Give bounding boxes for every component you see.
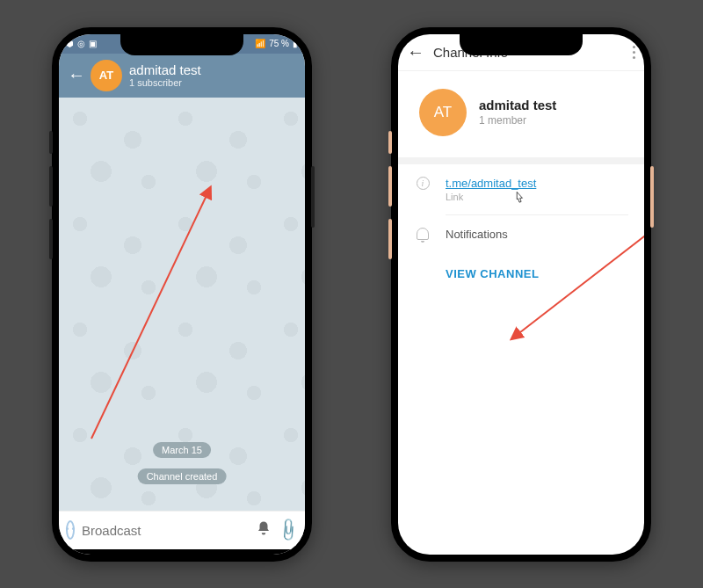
more-options-icon[interactable]: [633, 51, 635, 54]
phone-left: ⬢ ◎ ▣ 📶 75 % ▮ ← AT admitad test 1 subsc…: [52, 27, 312, 562]
info-icon: i: [414, 177, 431, 190]
status-icon: ▣: [89, 40, 97, 48]
channel-header-text[interactable]: admitad test 1 subscriber: [129, 62, 201, 88]
view-channel-button[interactable]: VIEW CHANNEL: [398, 253, 644, 294]
svg-line-0: [91, 188, 210, 439]
channel-avatar[interactable]: AT: [91, 60, 122, 91]
screen-left: ⬢ ◎ ▣ 📶 75 % ▮ ← AT admitad test 1 subsc…: [59, 34, 305, 555]
attach-icon[interactable]: 📎: [274, 516, 301, 543]
chat-area[interactable]: March 15 Channel created: [59, 98, 305, 511]
phone-right: ← Channel Info AT admitad test 1 member …: [391, 27, 651, 562]
battery-icon: ▮: [293, 40, 298, 48]
android-navbar: [59, 549, 305, 555]
channel-header[interactable]: ← AT admitad test 1 subscriber: [59, 54, 305, 98]
broadcast-input[interactable]: [82, 523, 249, 538]
compose-bar: 📎: [59, 511, 305, 549]
channel-avatar[interactable]: AT: [419, 89, 467, 136]
system-message: Channel created: [138, 468, 227, 484]
channel-members: 1 member: [479, 114, 556, 127]
page-title: Channel Info: [433, 45, 508, 60]
back-arrow-icon[interactable]: ←: [68, 65, 83, 85]
screen-right: ← Channel Info AT admitad test 1 member …: [398, 34, 644, 555]
channel-info-header: ← Channel Info: [398, 34, 644, 71]
channel-name: admitad test: [479, 98, 556, 113]
notifications-row[interactable]: Notifications: [398, 215, 644, 253]
link-row[interactable]: i t.me/admitad_test Link: [398, 164, 644, 214]
channel-subtitle: 1 subscriber: [129, 77, 201, 88]
status-icon: ◎: [77, 40, 85, 48]
signal-icon: 📶: [255, 40, 265, 48]
bell-icon[interactable]: [256, 520, 272, 541]
channel-title: admitad test: [129, 62, 201, 77]
emoji-icon[interactable]: [66, 520, 75, 540]
channel-profile-text: admitad test 1 member: [479, 98, 556, 127]
annotation-arrow: [87, 179, 223, 443]
divider: [398, 157, 644, 164]
date-pill: March 15: [153, 442, 211, 458]
channel-link[interactable]: t.me/admitad_test: [446, 177, 536, 190]
channel-profile: AT admitad test 1 member: [398, 71, 644, 157]
battery-text: 75 %: [269, 40, 289, 48]
link-label: Link: [446, 192, 536, 202]
status-icon: ⬢: [66, 40, 74, 48]
notifications-label: Notifications: [446, 228, 508, 241]
status-bar: ⬢ ◎ ▣ 📶 75 % ▮: [59, 34, 305, 54]
bell-icon: [414, 228, 431, 240]
back-arrow-icon[interactable]: ←: [407, 42, 424, 62]
